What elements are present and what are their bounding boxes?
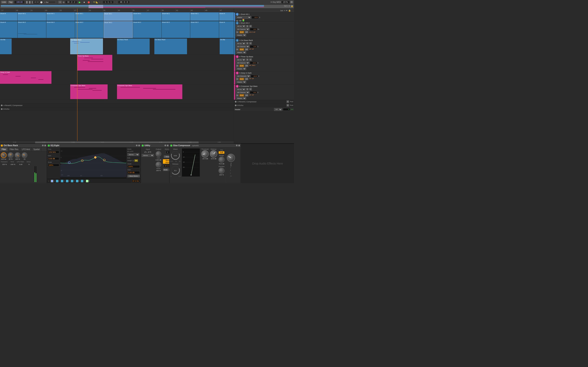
empty-track-1[interactable] (0, 100, 234, 104)
eq-band-8-label[interactable]: 8 (89, 180, 90, 182)
track-4-auto[interactable]: Auto (239, 64, 244, 67)
glue-attack-dial[interactable]: 0.01 (170, 150, 181, 160)
oxi-tab-filter-res[interactable]: Filter Res (8, 147, 20, 151)
eq-band-4-label[interactable]: 4 (69, 180, 70, 182)
oxi-knob-2-control[interactable] (8, 152, 13, 158)
track-1-volume[interactable]: -13.5 (251, 16, 259, 19)
track-6-ch[interactable]: All Channel (236, 91, 250, 94)
glue-makeup-knob[interactable] (210, 150, 217, 158)
eq-band-2-btn[interactable] (56, 180, 58, 182)
clip[interactable]: Drum Kit 2 (104, 21, 133, 38)
clip[interactable]: Drum Kit 1 (46, 12, 75, 21)
track-4-out[interactable]: Master (236, 67, 246, 70)
h-scrollbar[interactable]: 0:40 0:50 1:00 1:10 1:20 1:30 1:40 1:50 (0, 141, 234, 143)
eq-bass-mono-btn[interactable]: Bass Mono (127, 175, 140, 177)
track-2-channel-select[interactable]: All Channel (236, 28, 250, 31)
track-3-in[interactable]: In (236, 48, 239, 51)
eq-band-5-label[interactable]: 5 (74, 180, 75, 182)
track-4-input[interactable]: All Ins (236, 58, 246, 61)
eq-adapt-q-btn[interactable]: On (134, 159, 138, 162)
song-position-display[interactable]: 1 . 1 . 1 (103, 1, 113, 4)
glue-power-btn[interactable] (170, 145, 172, 147)
master-vol[interactable]: 0 (283, 108, 290, 111)
oxi-tab-filter[interactable]: Filter (0, 147, 8, 151)
eq-band-5-btn[interactable] (71, 180, 73, 182)
track-4-in[interactable]: In (236, 64, 239, 67)
clip[interactable]: Drum Kit 1 (17, 12, 46, 21)
track-2-c-btn[interactable]: C (249, 25, 252, 27)
clip[interactable]: Oxi Bass Rack (117, 39, 150, 54)
glue-soft-btn[interactable]: Soft (219, 151, 224, 154)
eq-band-1-btn[interactable] (51, 180, 53, 182)
eq-band-6-btn[interactable] (76, 180, 78, 182)
eq-band-2-label[interactable]: 2 (59, 180, 60, 182)
oxi-knob-1-control[interactable] (1, 152, 7, 158)
track-3-vol[interactable]: -5.5 (250, 45, 257, 48)
eq-display[interactable]: 12 6 0 -6 -12 100 1k 10k (60, 147, 126, 179)
stop-button[interactable]: ■ (82, 0, 86, 4)
track-5-in[interactable]: In (236, 78, 239, 80)
track-6-auto[interactable]: Auto (239, 94, 244, 97)
track-5-ch[interactable]: All Channels (236, 75, 250, 77)
clip[interactable]: Drum K (219, 12, 234, 21)
eq-band-8-btn[interactable] (86, 180, 88, 182)
tracks-scroll-area[interactable]: Drum K Drum Kit 1 Drum Kit 1 Drum Kit 1 … (0, 12, 234, 141)
clip[interactable]: Drum Kit 2 (17, 21, 46, 38)
tap-button[interactable]: Tap (8, 1, 13, 4)
clips-area-5[interactable]: Deep in Dark (0, 71, 234, 84)
track-5-auto[interactable]: Auto (239, 78, 244, 80)
clip[interactable]: Drum K (219, 21, 234, 38)
glue-release-dial[interactable]: 0.1 (170, 165, 181, 175)
utility-mode-select[interactable]: Stereo (142, 154, 154, 157)
record-button[interactable]: ⬤ (87, 0, 90, 4)
clips-area-3[interactable]: Oxi Ba Oxi Bass Rack Oxi Bass Rack (0, 38, 234, 54)
track-5-off[interactable]: Off (245, 78, 249, 80)
add-scene-btn[interactable]: + (287, 5, 288, 7)
clip[interactable]: Drum Kit 2 (133, 21, 162, 38)
clips-area-1[interactable]: Drum K Drum Kit 1 Drum Kit 1 Drum Kit 1 … (0, 12, 234, 21)
add-button[interactable]: + (58, 1, 62, 4)
track-2-auto-btn[interactable]: Auto (239, 31, 244, 33)
add-track-btn[interactable]: + (284, 9, 285, 12)
track-3-ch[interactable]: All Channel (236, 45, 250, 48)
midi-button[interactable]: MIDI (277, 1, 281, 3)
clip-crossover-1[interactable]: Crossover Syn Bass (70, 84, 108, 99)
clip[interactable]: Drum Kit 2 (46, 21, 75, 38)
clip[interactable]: Oxi Ba (220, 39, 234, 54)
master-select[interactable]: 1/2 (274, 108, 282, 111)
clip[interactable]: Drum K (0, 21, 17, 38)
track-6-in[interactable]: In (236, 94, 239, 97)
clips-area-2[interactable]: Drum K Drum Kit 2 Drum Kit 2 Drum Kit 2 (0, 21, 234, 38)
utility-gain-knob[interactable] (156, 151, 161, 157)
track-6-vol[interactable]: -6.0 (250, 91, 257, 94)
eq-gain-val-r[interactable]: 0.00 dB (127, 171, 140, 174)
clip[interactable]: Drum Kit 2 (162, 21, 190, 38)
key-button[interactable]: Key (273, 1, 276, 3)
eq-settings-btn[interactable]: ⚙ (136, 144, 138, 147)
clip[interactable]: Oxi Bass Rack (154, 39, 187, 54)
track-6-input[interactable]: All Ins (236, 88, 246, 91)
oxi-tab-lfo-amt[interactable]: LFO Amt (20, 147, 32, 151)
clip[interactable]: Drum Kit 1 (75, 12, 104, 21)
glue-drywet-knob[interactable] (218, 167, 225, 174)
eq-band-filter-icon[interactable]: ⋁ (48, 180, 50, 182)
track-3-out[interactable]: Master (236, 51, 246, 54)
track-6-out[interactable]: Master (236, 97, 246, 100)
clip[interactable]: Drum K (0, 12, 17, 21)
tempo-display[interactable]: 100.00 (14, 1, 25, 4)
track-2-in-btn[interactable]: In (236, 31, 239, 33)
position-display[interactable]: 30 . 2 . 2 (65, 1, 77, 4)
track-6-s[interactable]: S (246, 88, 249, 91)
track-1-input-select[interactable]: Master (236, 16, 251, 19)
link-button[interactable]: Link (1, 1, 7, 4)
utility-expand-btn[interactable]: ⊞ (167, 144, 168, 147)
oxi-power-btn[interactable] (1, 145, 3, 147)
track-2-input-select[interactable]: All Ins (236, 25, 246, 27)
eq-band-7-btn[interactable] (81, 180, 83, 182)
clips-area-6[interactable]: Crossover Syn Bass Crossover Syn Bass (0, 84, 234, 99)
send-b-s[interactable]: S (286, 104, 289, 107)
glue-threshold-knob[interactable] (201, 150, 209, 158)
glue-ratio-knob[interactable] (227, 154, 235, 162)
eq-scale-val-r[interactable]: 100% (127, 165, 140, 168)
oxi-settings-btn[interactable]: ⚙ (42, 144, 44, 147)
